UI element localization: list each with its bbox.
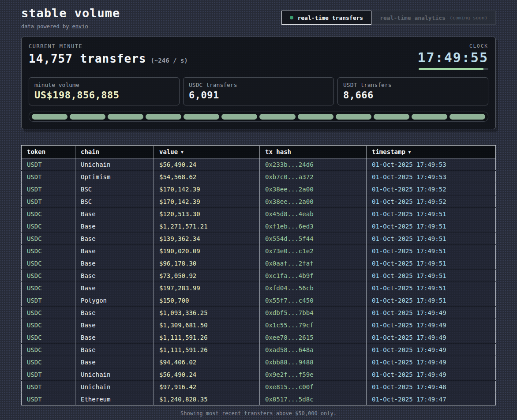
minute-volume-card: minute volume US$198,856,885 <box>29 77 180 105</box>
minute-progress-segment <box>450 114 485 120</box>
cell-tx-hash[interactable]: 0xb7c0...a372 <box>260 171 367 183</box>
header-cell-timestamp[interactable]: timestamp▼ <box>367 146 496 158</box>
minute-progress-segment <box>221 114 257 120</box>
minute-volume-value: US$198,856,885 <box>34 90 174 101</box>
cell-chain: Base <box>75 282 154 294</box>
cell-tx-hash[interactable]: 0xad58...648a <box>260 344 367 356</box>
table-row: USDCBase$73,050.920xc1fa...4b9f01-Oct-20… <box>22 270 496 282</box>
usdc-transfers-value: 6,091 <box>189 90 328 101</box>
header-cell-value[interactable]: value▼ <box>154 146 260 158</box>
sort-desc-icon: ▼ <box>408 150 411 154</box>
card-label: USDT transfers <box>343 82 483 88</box>
minute-progress-segment <box>108 114 143 120</box>
table-row: USDCBase$139,362.340x554d...5f4401-Oct-2… <box>22 232 496 245</box>
cell-timestamp: 01-Oct-2025 17:49:51 <box>367 245 496 257</box>
sort-desc-icon: ▼ <box>181 150 183 154</box>
cell-token: USDC <box>22 331 75 344</box>
cell-chain: Base <box>75 208 154 220</box>
cell-token: USDC <box>22 282 75 294</box>
cell-tx-hash[interactable]: 0xfd04...56cb <box>260 282 367 294</box>
cell-tx-hash[interactable]: 0x554d...5f44 <box>260 232 367 245</box>
cell-chain: Optimism <box>75 171 154 183</box>
cell-chain: Base <box>75 344 154 356</box>
tab-bar: real-time transfers real-time analytics … <box>281 11 496 25</box>
cell-chain: Base <box>75 270 154 282</box>
cell-tx-hash[interactable]: 0x1c55...79cf <box>260 319 367 331</box>
cell-value: $96,178.30 <box>154 257 260 270</box>
cell-tx-hash[interactable]: 0xf1eb...6ed3 <box>260 220 367 232</box>
cell-timestamp: 01-Oct-2025 17:49:49 <box>367 368 496 381</box>
cell-chain: Base <box>75 319 154 331</box>
table-row: USDCBase$197,283.990xfd04...56cb01-Oct-2… <box>22 282 496 294</box>
cell-tx-hash[interactable]: 0x233b...24d6 <box>260 158 367 171</box>
cell-value: $150,700 <box>154 294 260 307</box>
cell-tx-hash[interactable]: 0x9e2f...f59e <box>260 368 367 381</box>
table-row: USDTUnichain$56,490.240x9e2f...f59e01-Oc… <box>22 368 496 381</box>
usdt-transfers-value: 8,666 <box>343 90 483 101</box>
cell-token: USDC <box>22 344 75 356</box>
minute-progress-segment <box>32 114 67 120</box>
table-row: USDTUnichain$56,490.240x233b...24d601-Oc… <box>22 158 496 171</box>
minute-progress <box>29 112 488 122</box>
usdc-transfers-card: USDC transfers 6,091 <box>183 77 334 105</box>
cell-value: $120,513.30 <box>154 208 260 220</box>
cell-tx-hash[interactable]: 0x38ee...2a00 <box>260 195 367 208</box>
cell-chain: Base <box>75 232 154 245</box>
minute-progress-segment <box>298 114 333 120</box>
cell-value: $1,111,591.26 <box>154 331 260 344</box>
cell-tx-hash[interactable]: 0x55f7...c450 <box>260 294 367 307</box>
cell-timestamp: 01-Oct-2025 17:49:51 <box>367 232 496 245</box>
cell-token: USDT <box>22 195 75 208</box>
cell-chain: Polygon <box>75 294 154 307</box>
cell-token: USDT <box>22 294 75 307</box>
cell-chain: Unichain <box>75 381 154 393</box>
clock-progress-track <box>419 68 488 70</box>
cell-tx-hash[interactable]: 0x45d8...4eab <box>260 208 367 220</box>
cell-token: USDT <box>22 171 75 183</box>
cell-tx-hash[interactable]: 0xe815...c00f <box>260 381 367 393</box>
cell-tx-hash[interactable]: 0xbb88...9488 <box>260 356 367 368</box>
cell-chain: Base <box>75 356 154 368</box>
footer-note: Showing most recent transfers above $50,… <box>21 410 496 416</box>
cell-timestamp: 01-Oct-2025 17:49:51 <box>367 257 496 270</box>
cell-value: $54,568.62 <box>154 171 260 183</box>
cell-value: $1,271,571.21 <box>154 220 260 232</box>
cell-token: USDT <box>22 381 75 393</box>
cell-tx-hash[interactable]: 0x8517...5d8c <box>260 393 367 405</box>
table-row: USDCBase$1,111,591.260xad58...648a01-Oct… <box>22 344 496 356</box>
cell-tx-hash[interactable]: 0xee78...2615 <box>260 331 367 344</box>
cell-tx-hash[interactable]: 0xdbf5...7bb4 <box>260 307 367 319</box>
minute-progress-segment <box>374 114 409 120</box>
cell-token: USDT <box>22 183 75 195</box>
subtitle: data powered by envio <box>21 23 120 30</box>
cell-timestamp: 01-Oct-2025 17:49:51 <box>367 220 496 232</box>
current-minute-panel: CURRENT MINUTE 14,757 transfers (~246 / … <box>21 37 496 129</box>
cell-chain: Base <box>75 307 154 319</box>
cell-tx-hash[interactable]: 0xc1fa...4b9f <box>260 270 367 282</box>
cell-value: $94,406.02 <box>154 356 260 368</box>
table-row: USDCBase$94,406.020xbb88...948801-Oct-20… <box>22 356 496 368</box>
clock-label: CLOCK <box>418 43 489 49</box>
cell-value: $170,142.39 <box>154 183 260 195</box>
usdt-transfers-card: USDT transfers 8,666 <box>337 77 488 105</box>
header-cell-token: token <box>22 146 75 158</box>
cell-timestamp: 01-Oct-2025 17:49:52 <box>367 183 496 195</box>
cell-chain: Base <box>75 331 154 344</box>
minute-progress-segment <box>412 114 447 120</box>
envio-link[interactable]: envio <box>72 23 88 30</box>
cell-chain: Ethereum <box>75 393 154 405</box>
cell-value: $97,916.42 <box>154 381 260 393</box>
tab-real-time-transfers[interactable]: real-time transfers <box>281 11 371 25</box>
cell-timestamp: 01-Oct-2025 17:49:53 <box>367 171 496 183</box>
table-header-row: tokenchainvalue▼tx hashtimestamp▼ <box>22 146 496 158</box>
cell-timestamp: 01-Oct-2025 17:49:51 <box>367 270 496 282</box>
cell-value: $56,490.24 <box>154 158 260 171</box>
cell-token: USDC <box>22 208 75 220</box>
cell-tx-hash[interactable]: 0x73e0...c1e2 <box>260 245 367 257</box>
cell-chain: Base <box>75 220 154 232</box>
cell-token: USDT <box>22 368 75 381</box>
cell-tx-hash[interactable]: 0x38ee...2a00 <box>260 183 367 195</box>
cell-tx-hash[interactable]: 0x0aaf...2faf <box>260 257 367 270</box>
minute-progress-segment <box>336 114 371 120</box>
cell-timestamp: 01-Oct-2025 17:49:47 <box>367 393 496 405</box>
